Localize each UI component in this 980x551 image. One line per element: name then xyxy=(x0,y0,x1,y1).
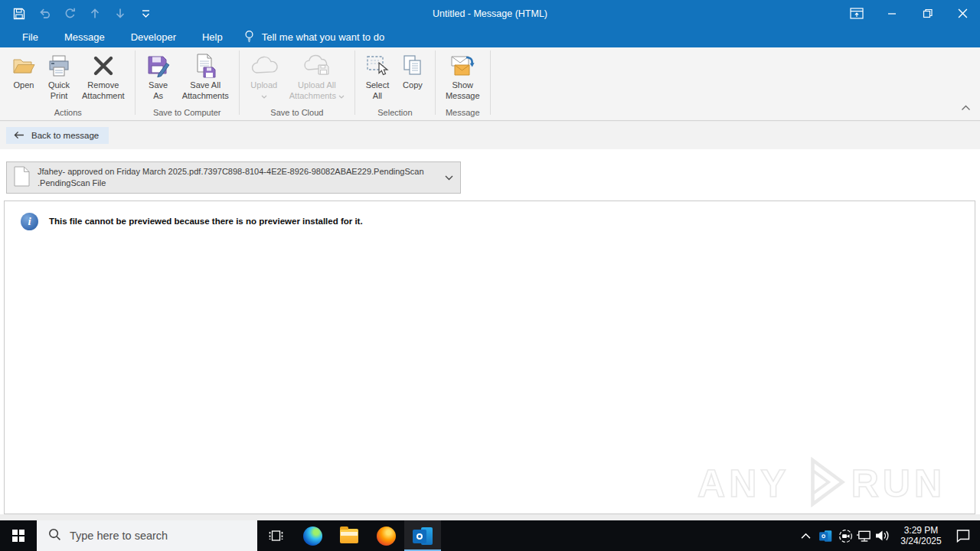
save-icon[interactable] xyxy=(12,7,26,21)
windows-logo-icon xyxy=(12,530,24,542)
tab-file[interactable]: File xyxy=(9,27,51,47)
group-label-actions: Actions xyxy=(3,107,133,120)
printer-icon xyxy=(47,51,71,80)
remove-attachment-button[interactable]: Remove Attachment xyxy=(77,50,130,101)
save-all-attachments-icon xyxy=(192,51,218,80)
select-all-icon xyxy=(365,51,390,80)
open-folder-icon xyxy=(11,51,36,80)
taskbar: Type here to search 3:29 PM xyxy=(0,520,980,551)
attachment-filename-line2: .PendingScan File xyxy=(38,178,437,189)
group-label-save-to-computer: Save to Computer xyxy=(137,107,237,120)
open-button[interactable]: Open xyxy=(6,50,41,101)
meet-now-icon[interactable] xyxy=(836,520,854,551)
edge-taskbar-button[interactable] xyxy=(294,520,331,551)
preview-pane: i This file cannot be previewed because … xyxy=(4,201,975,514)
customize-qat-icon[interactable] xyxy=(139,7,152,21)
group-label-save-to-cloud: Save to Cloud xyxy=(241,107,353,120)
ribbon-group-selection: Select All Copy Selection xyxy=(357,47,433,120)
group-separator xyxy=(135,51,136,115)
tab-help[interactable]: Help xyxy=(189,27,236,47)
firefox-taskbar-button[interactable] xyxy=(368,520,404,551)
undo-icon xyxy=(38,7,51,21)
quick-print-button[interactable]: Quick Print xyxy=(41,50,77,101)
save-all-attachments-button[interactable]: Save All Attachments xyxy=(177,50,234,101)
network-icon[interactable] xyxy=(854,520,873,551)
save-as-icon xyxy=(145,51,172,80)
anyrun-logo-icon xyxy=(795,455,851,513)
restore-button[interactable] xyxy=(910,0,945,27)
collapse-ribbon-icon[interactable] xyxy=(961,100,971,114)
no-previewer-message: This file cannot be previewed because th… xyxy=(49,213,363,226)
outlook-tray-icon[interactable] xyxy=(815,520,836,551)
file-explorer-taskbar-button[interactable] xyxy=(331,520,368,551)
attachment-bar[interactable]: Jfahey- approved on Friday March 2025.pd… xyxy=(6,161,461,194)
group-separator xyxy=(354,51,355,115)
outlook-icon xyxy=(413,527,433,545)
group-label-selection: Selection xyxy=(357,107,433,120)
info-icon: i xyxy=(21,213,38,230)
watermark-text-any: ANY xyxy=(697,454,790,514)
hidden-icons-chevron-icon[interactable] xyxy=(796,520,815,551)
ribbon-group-actions: Open Quick Print Remove Attachment Actio… xyxy=(3,47,133,120)
watermark-text-run: RUN xyxy=(851,454,946,514)
file-explorer-icon xyxy=(340,529,358,543)
ribbon-group-save-to-computer: Save As Save All Attachments Save to Com… xyxy=(137,47,237,120)
system-tray: 3:29 PM 3/24/2025 xyxy=(796,520,980,551)
group-separator xyxy=(435,51,436,115)
ribbon-group-message: Show Message Message xyxy=(437,47,488,120)
move-up-icon xyxy=(88,7,102,21)
move-down-icon xyxy=(113,7,127,21)
select-all-button[interactable]: Select All xyxy=(360,50,395,101)
attachment-filename: Jfahey- approved on Friday March 2025.pd… xyxy=(38,166,437,189)
ribbon-group-save-to-cloud: Upload Upload All Attachments Save to Cl… xyxy=(241,47,353,120)
tell-me-box[interactable]: Tell me what you want to do xyxy=(236,27,392,47)
anyrun-watermark: ANY RUN xyxy=(697,454,946,514)
ribbon: Open Quick Print Remove Attachment Actio… xyxy=(0,47,980,121)
back-to-message-button[interactable]: Back to message xyxy=(6,127,109,144)
dropdown-chevron-icon xyxy=(261,91,267,102)
upload-all-attachments-button: Upload All Attachments xyxy=(284,50,350,101)
outlook-taskbar-button[interactable] xyxy=(404,520,441,551)
upload-all-cloud-icon xyxy=(302,51,332,80)
attachment-dropdown-icon[interactable] xyxy=(437,162,460,193)
quick-access-toolbar xyxy=(0,7,152,21)
copy-button[interactable]: Copy xyxy=(395,50,430,101)
action-center-icon[interactable] xyxy=(952,520,974,551)
back-to-message-label: Back to message xyxy=(31,131,99,140)
remove-x-icon xyxy=(91,51,116,80)
group-separator xyxy=(490,51,491,115)
window-controls xyxy=(839,0,980,27)
firefox-icon xyxy=(377,527,396,546)
show-message-button[interactable]: Show Message xyxy=(440,50,485,101)
ribbon-tab-row: File Message Developer Help Tell me what… xyxy=(0,27,980,47)
ribbon-display-options-icon[interactable] xyxy=(839,0,874,27)
redo-icon xyxy=(63,7,77,21)
save-as-button[interactable]: Save As xyxy=(140,50,177,101)
group-label-message: Message xyxy=(437,107,488,120)
copy-icon xyxy=(400,51,425,80)
show-message-icon xyxy=(449,51,476,80)
taskbar-clock[interactable]: 3:29 PM 3/24/2025 xyxy=(897,525,945,547)
taskbar-search-input[interactable]: Type here to search xyxy=(37,520,257,551)
tab-message[interactable]: Message xyxy=(51,27,118,47)
close-button[interactable] xyxy=(945,0,980,27)
dropdown-chevron-icon xyxy=(338,91,345,102)
file-icon xyxy=(14,166,30,190)
start-button[interactable] xyxy=(0,520,37,551)
volume-icon[interactable] xyxy=(873,520,891,551)
tab-developer[interactable]: Developer xyxy=(118,27,189,47)
minimize-button[interactable] xyxy=(874,0,910,27)
title-bar: Untitled - Message (HTML) xyxy=(0,0,980,27)
edge-icon xyxy=(303,527,322,546)
search-placeholder: Type here to search xyxy=(70,530,168,542)
search-icon xyxy=(48,528,61,543)
back-arrow-icon xyxy=(13,131,24,141)
upload-cloud-icon xyxy=(250,51,279,80)
clock-time: 3:29 PM xyxy=(897,525,945,536)
lightbulb-icon xyxy=(243,30,255,45)
task-view-button[interactable] xyxy=(257,520,294,551)
group-separator xyxy=(239,51,240,115)
attachment-filename-line1: Jfahey- approved on Friday March 2025.pd… xyxy=(38,166,437,178)
preview-toolbar: Back to message xyxy=(0,122,980,149)
tell-me-label: Tell me what you want to do xyxy=(262,31,384,43)
